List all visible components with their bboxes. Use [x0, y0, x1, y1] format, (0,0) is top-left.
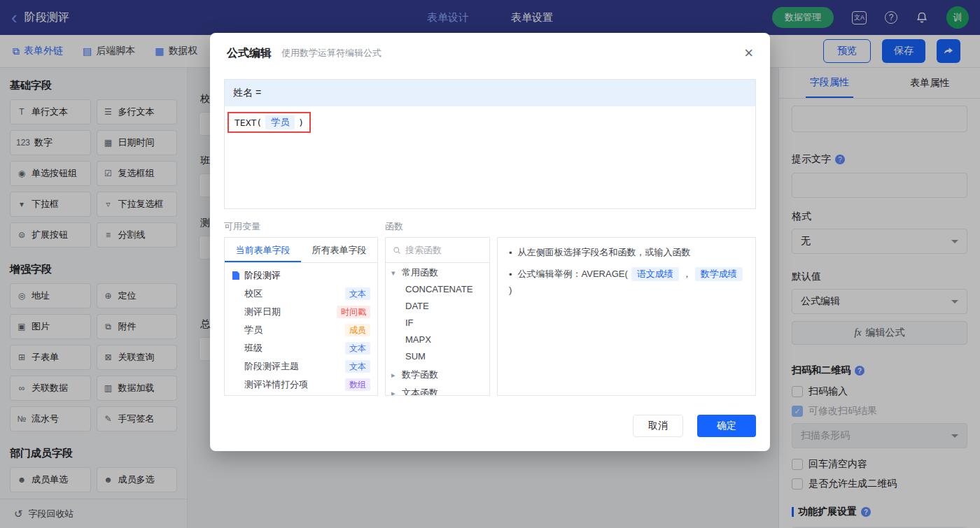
- cancel-button[interactable]: 取消: [633, 415, 683, 437]
- function-search-input[interactable]: [405, 245, 482, 255]
- modal-header: 公式编辑 使用数学运算符编辑公式 ×: [210, 33, 770, 73]
- search-icon: [393, 245, 401, 255]
- variable-item[interactable]: 测评日期 时间戳: [225, 303, 377, 321]
- functions-label: 函数: [385, 220, 403, 233]
- variables-label: 可用变量: [224, 220, 385, 233]
- function-group-math[interactable]: ▸ 数学函数: [386, 366, 489, 383]
- variables-tabs: 当前表单字段 所有表单字段: [225, 238, 377, 263]
- variable-item[interactable]: 班级 文本: [225, 339, 377, 357]
- variables-root-item[interactable]: 阶段测评: [225, 266, 377, 285]
- help-text: 从左侧面板选择字段名和函数，或输入函数: [518, 246, 691, 259]
- variable-type-tag: 成员: [345, 324, 370, 336]
- help-line-1: • 从左侧面板选择字段名和函数，或输入函数: [509, 246, 744, 259]
- formula-field-token[interactable]: 学员: [265, 115, 295, 129]
- function-item-mapx[interactable]: MAPX: [386, 331, 489, 348]
- bullet-icon: •: [509, 269, 512, 280]
- root-label: 阶段测评: [244, 269, 281, 282]
- variable-item[interactable]: 学员 成员: [225, 321, 377, 339]
- function-search: [386, 238, 489, 263]
- example-field-token: 数学成绩: [695, 267, 743, 281]
- chevron-right-icon: ▸: [391, 371, 398, 380]
- confirm-button[interactable]: 确定: [697, 415, 756, 437]
- group-label: 文本函数: [402, 387, 438, 396]
- variable-name: 校区: [244, 287, 262, 300]
- tab-all-form-fields[interactable]: 所有表单字段: [301, 238, 377, 262]
- variable-item[interactable]: 阶段测评主题 文本: [225, 357, 377, 376]
- variable-name: 测评详情打分项: [244, 378, 308, 391]
- formula-target: 姓名 =: [225, 80, 755, 106]
- document-icon: [232, 271, 240, 280]
- variable-type-tag: 时间戳: [337, 306, 370, 318]
- group-label: 常用函数: [402, 266, 438, 279]
- formula-prefix: TEXT(: [234, 117, 262, 128]
- function-item-concatenate[interactable]: CONCATENATE: [386, 281, 489, 298]
- variable-item[interactable]: 校区 文本: [225, 285, 377, 303]
- variable-name: 学员: [244, 324, 262, 336]
- formula-input-area[interactable]: TEXT( 学员 ): [225, 106, 755, 208]
- chevron-down-icon: ▾: [391, 269, 398, 278]
- modal-panels: 当前表单字段 所有表单字段 阶段测评 校区 文本 测评日期 时间戳 学员 成员 …: [224, 237, 756, 396]
- separator: ，: [682, 268, 692, 280]
- modal-title: 公式编辑: [227, 46, 272, 61]
- chevron-right-icon: ▸: [391, 389, 398, 397]
- close-icon[interactable]: ×: [744, 45, 753, 61]
- tab-current-form-fields[interactable]: 当前表单字段: [225, 238, 301, 262]
- variable-type-tag: 文本: [345, 342, 370, 355]
- function-item-date[interactable]: DATE: [386, 298, 489, 315]
- example-field-token: 语文成绩: [631, 267, 679, 281]
- variable-type-tag: 文本: [345, 360, 370, 373]
- function-group-common[interactable]: ▾ 常用函数: [386, 264, 489, 281]
- function-group-text[interactable]: ▸ 文本函数: [386, 385, 489, 396]
- help-line-2: • 公式编辑举例：AVERAGE( 语文成绩 ， 数学成绩 ): [509, 267, 744, 295]
- functions-panel: ▾ 常用函数 CONCATENATE DATE IF MAPX SUM ▸ 数学…: [385, 237, 490, 396]
- variable-name: 测评日期: [244, 306, 281, 318]
- variable-item[interactable]: 测评详情打分项 数组: [225, 376, 377, 394]
- variables-panel: 当前表单字段 所有表单字段 阶段测评 校区 文本 测评日期 时间戳 学员 成员 …: [224, 237, 378, 396]
- bullet-icon: •: [509, 248, 512, 258]
- variable-type-tag: 数组: [345, 378, 370, 391]
- formula-edit-modal: 公式编辑 使用数学运算符编辑公式 × 姓名 = TEXT( 学员 ) 可用变量 …: [210, 33, 770, 451]
- help-text: ): [509, 285, 512, 295]
- formula-editor: 姓名 = TEXT( 学员 ): [224, 79, 756, 209]
- help-text: 公式编辑举例：AVERAGE(: [518, 268, 628, 280]
- group-label: 数学函数: [402, 369, 438, 381]
- panel-labels: 可用变量 函数: [224, 220, 756, 233]
- formula-suffix: ): [298, 117, 304, 128]
- variable-name: 阶段测评主题: [244, 360, 299, 373]
- function-item-if[interactable]: IF: [386, 315, 489, 331]
- help-panel: • 从左侧面板选择字段名和函数，或输入函数 • 公式编辑举例：AVERAGE( …: [497, 237, 756, 396]
- modal-subtitle: 使用数学运算符编辑公式: [281, 47, 382, 59]
- function-item-sum[interactable]: SUM: [386, 348, 489, 365]
- variable-type-tag: 文本: [345, 287, 370, 300]
- modal-footer: 取消 确定: [633, 415, 756, 437]
- variable-name: 班级: [244, 342, 262, 355]
- formula-highlight-box: TEXT( 学员 ): [227, 112, 311, 133]
